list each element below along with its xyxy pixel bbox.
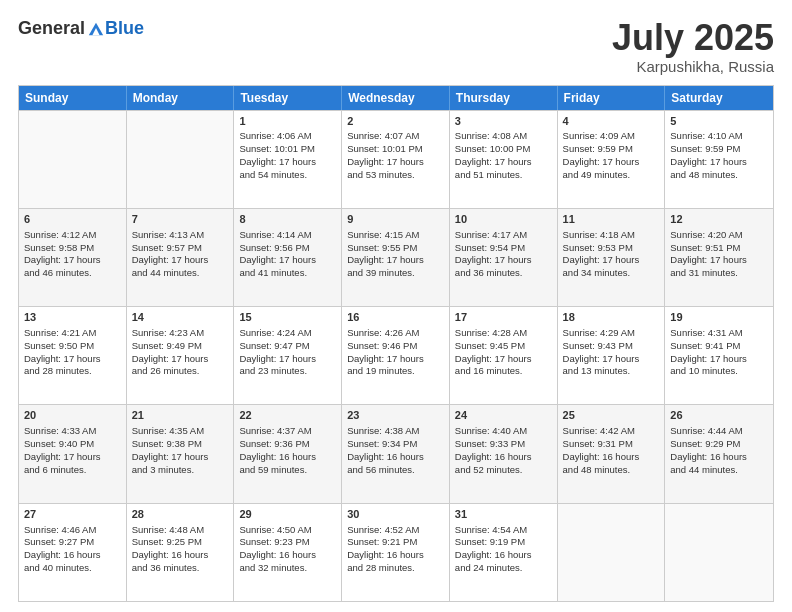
daylight-line: Daylight: 17 hours [24, 451, 121, 464]
day-number: 10 [455, 212, 552, 227]
sunset-line: Sunset: 9:21 PM [347, 536, 444, 549]
day-number: 16 [347, 310, 444, 325]
day-number: 2 [347, 114, 444, 129]
daylight-line: Daylight: 17 hours [563, 353, 660, 366]
calendar-cell: 19Sunrise: 4:31 AMSunset: 9:41 PMDayligh… [665, 307, 773, 404]
header-cell-saturday: Saturday [665, 86, 773, 110]
sunrise-line: Sunrise: 4:33 AM [24, 425, 121, 438]
day-number: 15 [239, 310, 336, 325]
day-number: 22 [239, 408, 336, 423]
logo-general-text: General [18, 18, 85, 39]
calendar-cell [665, 504, 773, 601]
sunset-line: Sunset: 10:00 PM [455, 143, 552, 156]
daylight-line: and 34 minutes. [563, 267, 660, 280]
calendar-cell: 9Sunrise: 4:15 AMSunset: 9:55 PMDaylight… [342, 209, 450, 306]
sunrise-line: Sunrise: 4:37 AM [239, 425, 336, 438]
day-number: 20 [24, 408, 121, 423]
day-number: 26 [670, 408, 768, 423]
daylight-line: and 23 minutes. [239, 365, 336, 378]
calendar-cell: 22Sunrise: 4:37 AMSunset: 9:36 PMDayligh… [234, 405, 342, 502]
day-number: 21 [132, 408, 229, 423]
daylight-line: Daylight: 16 hours [563, 451, 660, 464]
sunset-line: Sunset: 10:01 PM [239, 143, 336, 156]
daylight-line: Daylight: 17 hours [670, 353, 768, 366]
day-number: 28 [132, 507, 229, 522]
daylight-line: and 26 minutes. [132, 365, 229, 378]
calendar-cell: 7Sunrise: 4:13 AMSunset: 9:57 PMDaylight… [127, 209, 235, 306]
calendar-cell: 29Sunrise: 4:50 AMSunset: 9:23 PMDayligh… [234, 504, 342, 601]
header-cell-friday: Friday [558, 86, 666, 110]
daylight-line: Daylight: 16 hours [239, 451, 336, 464]
calendar-row: 13Sunrise: 4:21 AMSunset: 9:50 PMDayligh… [19, 306, 773, 404]
calendar-cell: 21Sunrise: 4:35 AMSunset: 9:38 PMDayligh… [127, 405, 235, 502]
daylight-line: and 28 minutes. [347, 562, 444, 575]
daylight-line: and 53 minutes. [347, 169, 444, 182]
calendar-cell: 3Sunrise: 4:08 AMSunset: 10:00 PMDayligh… [450, 111, 558, 208]
day-number: 1 [239, 114, 336, 129]
sunset-line: Sunset: 9:56 PM [239, 242, 336, 255]
sunrise-line: Sunrise: 4:54 AM [455, 524, 552, 537]
calendar-cell: 4Sunrise: 4:09 AMSunset: 9:59 PMDaylight… [558, 111, 666, 208]
sunrise-line: Sunrise: 4:20 AM [670, 229, 768, 242]
sunset-line: Sunset: 9:55 PM [347, 242, 444, 255]
header-cell-wednesday: Wednesday [342, 86, 450, 110]
sunrise-line: Sunrise: 4:29 AM [563, 327, 660, 340]
calendar-cell: 13Sunrise: 4:21 AMSunset: 9:50 PMDayligh… [19, 307, 127, 404]
daylight-line: and 10 minutes. [670, 365, 768, 378]
calendar-row: 20Sunrise: 4:33 AMSunset: 9:40 PMDayligh… [19, 404, 773, 502]
calendar-row: 27Sunrise: 4:46 AMSunset: 9:27 PMDayligh… [19, 503, 773, 601]
calendar-cell [19, 111, 127, 208]
calendar-cell [558, 504, 666, 601]
daylight-line: Daylight: 17 hours [347, 254, 444, 267]
daylight-line: Daylight: 17 hours [670, 254, 768, 267]
sunset-line: Sunset: 9:57 PM [132, 242, 229, 255]
calendar-cell: 31Sunrise: 4:54 AMSunset: 9:19 PMDayligh… [450, 504, 558, 601]
daylight-line: and 46 minutes. [24, 267, 121, 280]
daylight-line: and 3 minutes. [132, 464, 229, 477]
calendar-row: 1Sunrise: 4:06 AMSunset: 10:01 PMDayligh… [19, 110, 773, 208]
day-number: 29 [239, 507, 336, 522]
calendar-cell: 20Sunrise: 4:33 AMSunset: 9:40 PMDayligh… [19, 405, 127, 502]
calendar-header-row: SundayMondayTuesdayWednesdayThursdayFrid… [19, 86, 773, 110]
calendar-cell: 1Sunrise: 4:06 AMSunset: 10:01 PMDayligh… [234, 111, 342, 208]
sunrise-line: Sunrise: 4:38 AM [347, 425, 444, 438]
daylight-line: and 48 minutes. [563, 464, 660, 477]
sunrise-line: Sunrise: 4:35 AM [132, 425, 229, 438]
daylight-line: Daylight: 16 hours [24, 549, 121, 562]
sunset-line: Sunset: 9:33 PM [455, 438, 552, 451]
daylight-line: and 40 minutes. [24, 562, 121, 575]
sunrise-line: Sunrise: 4:21 AM [24, 327, 121, 340]
day-number: 9 [347, 212, 444, 227]
calendar-cell: 2Sunrise: 4:07 AMSunset: 10:01 PMDayligh… [342, 111, 450, 208]
daylight-line: and 49 minutes. [563, 169, 660, 182]
calendar-cell: 25Sunrise: 4:42 AMSunset: 9:31 PMDayligh… [558, 405, 666, 502]
day-number: 31 [455, 507, 552, 522]
daylight-line: Daylight: 17 hours [455, 254, 552, 267]
sunset-line: Sunset: 9:36 PM [239, 438, 336, 451]
logo-icon [87, 20, 105, 38]
title-block: July 2025 Karpushikha, Russia [612, 18, 774, 75]
sunrise-line: Sunrise: 4:26 AM [347, 327, 444, 340]
daylight-line: Daylight: 17 hours [455, 156, 552, 169]
day-number: 5 [670, 114, 768, 129]
daylight-line: Daylight: 16 hours [347, 451, 444, 464]
calendar-cell: 24Sunrise: 4:40 AMSunset: 9:33 PMDayligh… [450, 405, 558, 502]
calendar-cell: 14Sunrise: 4:23 AMSunset: 9:49 PMDayligh… [127, 307, 235, 404]
daylight-line: Daylight: 17 hours [347, 353, 444, 366]
sunrise-line: Sunrise: 4:07 AM [347, 130, 444, 143]
daylight-line: and 24 minutes. [455, 562, 552, 575]
sunrise-line: Sunrise: 4:10 AM [670, 130, 768, 143]
daylight-line: Daylight: 17 hours [347, 156, 444, 169]
header-cell-thursday: Thursday [450, 86, 558, 110]
day-number: 12 [670, 212, 768, 227]
calendar-row: 6Sunrise: 4:12 AMSunset: 9:58 PMDaylight… [19, 208, 773, 306]
day-number: 3 [455, 114, 552, 129]
day-number: 23 [347, 408, 444, 423]
daylight-line: and 44 minutes. [670, 464, 768, 477]
calendar-cell: 28Sunrise: 4:48 AMSunset: 9:25 PMDayligh… [127, 504, 235, 601]
sunset-line: Sunset: 9:31 PM [563, 438, 660, 451]
daylight-line: and 59 minutes. [239, 464, 336, 477]
daylight-line: Daylight: 17 hours [563, 156, 660, 169]
daylight-line: and 44 minutes. [132, 267, 229, 280]
sunset-line: Sunset: 9:19 PM [455, 536, 552, 549]
